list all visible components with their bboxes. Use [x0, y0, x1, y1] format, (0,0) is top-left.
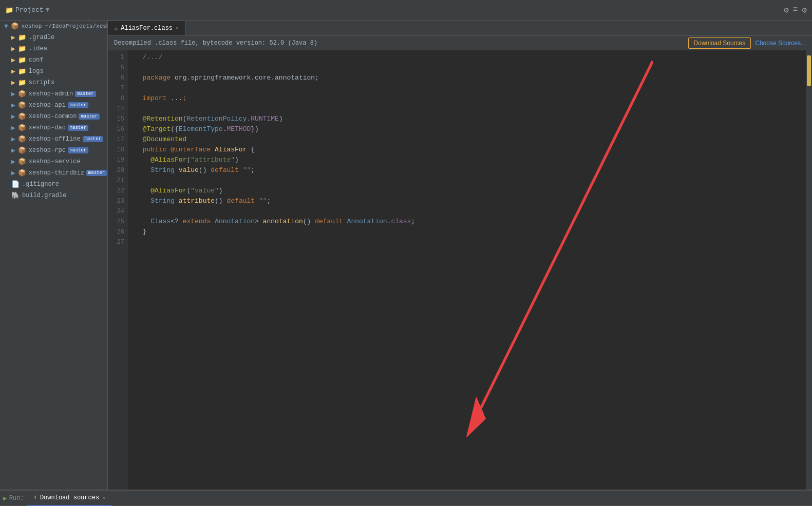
badge-rpc-master: master	[68, 147, 88, 153]
sidebar-item-xeshop-api[interactable]: ▶ 📦 xeshop-api master	[0, 100, 107, 111]
folder-closed-icon: 📁	[18, 33, 26, 42]
folder-icon-scripts: ▶	[11, 79, 15, 87]
run-icon: ▶	[3, 494, 7, 502]
badge-common-master: master	[79, 113, 99, 120]
sidebar-item-xeshop-rpc[interactable]: ▶ 📦 xeshop-rpc master	[0, 145, 107, 156]
tab-bar: ☕ AliasFor.class ✕	[108, 21, 812, 36]
module-arrow-common: ▶	[11, 112, 15, 121]
module-icon: ▼	[4, 23, 8, 30]
line-numbers: 1 5 6 7 8 14 15 16 17 18 19 20 21 22 23 …	[108, 50, 128, 490]
module-admin-icon: 📦	[18, 90, 26, 98]
decompiled-info-text: Decompiled .class file, bytecode version…	[114, 40, 317, 47]
code-line-25: Class<? extends Annotation> annotation()…	[135, 217, 800, 227]
code-line-5	[135, 63, 800, 73]
module-dao-icon: 📦	[18, 124, 26, 132]
code-line-22: @AliasFor("value")	[135, 186, 800, 196]
module-api-icon: 📦	[18, 101, 26, 109]
code-line-21	[135, 176, 800, 186]
code-content[interactable]: /.../ package org.springframework.core.a…	[128, 50, 806, 490]
code-line-16: @Target({ElementType.METHOD})	[135, 124, 800, 134]
bottom-tab-close[interactable]: ✕	[102, 495, 105, 501]
folder-closed-idea-icon: 📁	[18, 45, 26, 53]
module-arrow-admin: ▶	[11, 90, 15, 98]
code-editor: 1 5 6 7 8 14 15 16 17 18 19 20 21 22 23 …	[108, 50, 812, 490]
sidebar-item-xeshop-common[interactable]: ▶ 📦 xeshop-common master	[0, 111, 107, 122]
sidebar-item-gradle[interactable]: ▶ 📁 .gradle	[0, 32, 107, 43]
module-arrow-dao: ▶	[11, 124, 15, 132]
bottom-panel: ▶ Run: ⬇ Download sources ✕ ▶ ■ 🔍 ≡ 📌 ⊖ …	[0, 490, 812, 506]
sidebar-item-gitignore[interactable]: 📄 .gitignore	[0, 179, 107, 190]
info-actions: Download Sources Choose Sources...	[688, 37, 806, 49]
sidebar-item-xeshop-thirdbiz[interactable]: ▶ 📦 xeshop-thirdbiz master	[0, 167, 107, 179]
code-line-6: package org.springframework.core.annotat…	[135, 73, 800, 83]
badge-api-master: master	[68, 102, 88, 108]
choose-sources-button[interactable]: Choose Sources...	[755, 40, 806, 47]
badge-offline-master: master	[83, 136, 103, 142]
sidebar-item-conf[interactable]: ▶ 📁 conf	[0, 54, 107, 66]
top-bar: 📁 Project ▼ ⚙ ≡ ⚙	[0, 0, 812, 21]
code-line-8: import ...;	[135, 93, 800, 104]
code-line-19: @AliasFor("attribute")	[135, 155, 800, 165]
download-sources-button[interactable]: Download Sources	[688, 37, 751, 49]
sidebar-item-scripts[interactable]: ▶ 📁 scripts	[0, 77, 107, 88]
project-folder-icon: 📦	[11, 22, 19, 30]
module-common-icon: 📦	[18, 112, 26, 121]
class-file-icon: ☕	[114, 25, 118, 32]
editor-area: ☕ AliasFor.class ✕ Decompiled .class fil…	[108, 21, 812, 490]
sidebar-item-logs[interactable]: ▶ 📁 logs	[0, 66, 107, 77]
module-arrow-thirdbiz: ▶	[11, 169, 15, 177]
code-line-1: /.../	[135, 52, 800, 63]
module-arrow-offline: ▶	[11, 135, 15, 143]
scroll-thumb[interactable]	[807, 55, 811, 86]
module-service-icon: 📦	[18, 158, 26, 166]
code-line-23: String attribute() default "";	[135, 196, 800, 206]
run-tab-main-label: Run:	[9, 495, 24, 502]
gitignore-icon: 📄	[11, 180, 20, 188]
tab-close-button[interactable]: ✕	[176, 25, 179, 31]
sidebar-item-xeshop-offline[interactable]: ▶ 📦 xeshop-offline master	[0, 133, 107, 145]
code-line-27	[135, 237, 800, 247]
code-line-20: String value() default "";	[135, 165, 800, 176]
sidebar-item-xeshop-root[interactable]: ▼ 📦 xeshop ~/IdeaProjects/xesho	[0, 21, 107, 32]
code-line-15: @Retention(RetentionPolicy.RUNTIME)	[135, 114, 800, 124]
tab-download-sources[interactable]: ⬇ Download sources ✕	[27, 491, 111, 506]
folder-logs-icon: 📁	[18, 67, 26, 75]
module-arrow-api: ▶	[11, 101, 15, 109]
folder-scripts-icon: 📁	[18, 79, 26, 87]
sidebar-item-build-gradle[interactable]: 🐘 build.gradle	[0, 190, 107, 201]
config-icon[interactable]: ⚙	[802, 5, 807, 15]
info-bar: Decompiled .class file, bytecode version…	[108, 36, 812, 50]
top-bar-icons: ⚙ ≡ ⚙	[784, 5, 807, 15]
badge-dao-master: master	[68, 125, 88, 131]
sidebar-item-idea[interactable]: ▶ 📁 .idea	[0, 43, 107, 54]
module-thirdbiz-icon: 📦	[18, 169, 26, 177]
scroll-indicator[interactable]	[806, 50, 812, 490]
folder-icon-conf: ▶	[11, 56, 15, 64]
code-line-14	[135, 104, 800, 114]
code-line-7	[135, 83, 800, 93]
module-rpc-icon: 📦	[18, 146, 26, 154]
main-layout: ▼ 📦 xeshop ~/IdeaProjects/xesho ▶ 📁 .gra…	[0, 21, 812, 490]
settings-icon[interactable]: ⚙	[784, 5, 789, 15]
folder-icon: ▶	[11, 33, 15, 42]
bottom-tab-bar: ▶ Run: ⬇ Download sources ✕	[0, 491, 812, 506]
sidebar-item-xeshop-service[interactable]: ▶ 📦 xeshop-service	[0, 156, 107, 167]
folder-icon-logs: ▶	[11, 67, 15, 75]
module-offline-icon: 📦	[18, 135, 26, 143]
code-line-17: @Documented	[135, 134, 800, 145]
editor-tab-aliasfor[interactable]: ☕ AliasFor.class ✕	[108, 21, 185, 35]
folder-icon-idea: ▶	[11, 45, 15, 53]
code-line-26: }	[135, 227, 800, 237]
code-line-24	[135, 206, 800, 217]
run-tab-header: ▶ Run:	[0, 491, 27, 506]
download-sources-tab-icon: ⬇	[33, 494, 37, 501]
sidebar: ▼ 📦 xeshop ~/IdeaProjects/xesho ▶ 📁 .gra…	[0, 21, 108, 490]
project-label[interactable]: 📁 Project ▼	[5, 6, 49, 14]
badge-admin-master: master	[75, 91, 96, 97]
layout-icon[interactable]: ≡	[793, 5, 798, 15]
project-icon: 📁	[5, 6, 13, 14]
sidebar-item-xeshop-dao[interactable]: ▶ 📦 xeshop-dao master	[0, 122, 107, 133]
folder-conf-icon: 📁	[18, 56, 26, 64]
sidebar-item-xeshop-admin[interactable]: ▶ 📦 xeshop-admin master	[0, 88, 107, 100]
gradle-file-icon: 🐘	[11, 191, 20, 200]
